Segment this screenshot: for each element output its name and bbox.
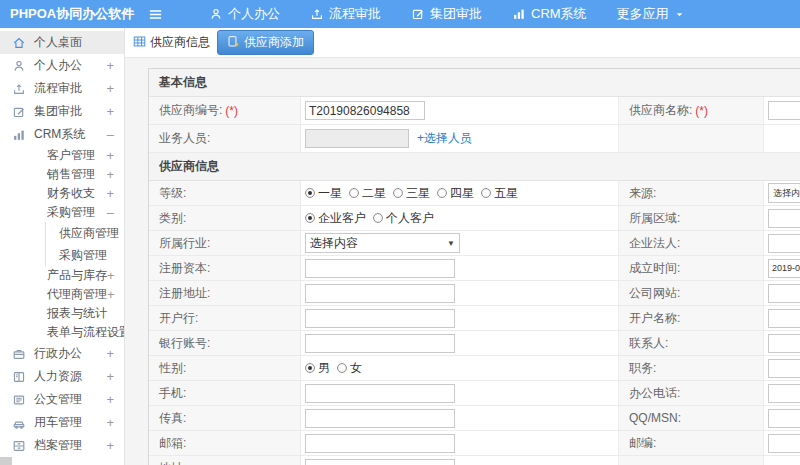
expand-plus-icon[interactable]: +: [106, 105, 114, 118]
content-area: 基本信息供应商编号:(*)供应商名称:(*)业务人员:+选择人员供应商信息等级:…: [125, 58, 800, 465]
fax-field[interactable]: [305, 409, 455, 428]
bank-account-field[interactable]: [305, 334, 455, 353]
radio-icon: [349, 188, 359, 198]
gender-radio-1[interactable]: 女: [337, 360, 362, 377]
fax-value-cell: [301, 406, 619, 431]
sidebar-item-agent-mgmt[interactable]: 代理商管理+: [0, 285, 124, 304]
bank-account-value-cell: [301, 331, 619, 356]
nav-item-group-approval[interactable]: 集团审批: [411, 5, 482, 23]
supplier-name-field[interactable]: [768, 101, 800, 120]
category-radio-1[interactable]: 个人客户: [373, 210, 434, 227]
expand-plus-icon[interactable]: +: [107, 288, 115, 301]
sidebar-item-label: 人力资源: [34, 368, 106, 385]
job-title-field[interactable]: [768, 359, 800, 378]
industry-select[interactable]: 选择内容▼: [305, 233, 460, 253]
sidebar-item-human-resources[interactable]: 人力资源+: [0, 365, 124, 388]
level-radio-1[interactable]: 二星: [349, 185, 386, 202]
sidebar-item-admin-office[interactable]: 行政办公+: [0, 342, 124, 365]
office-phone-value-cell: [764, 381, 800, 406]
expand-plus-icon[interactable]: +: [106, 416, 114, 429]
level-radio-0[interactable]: 一星: [305, 185, 342, 202]
office-phone-field[interactable]: [768, 384, 800, 403]
level-radio-3[interactable]: 四星: [437, 185, 474, 202]
sidebar-item-finance-mgmt[interactable]: 财务收支+: [0, 184, 124, 203]
field-label: 职务:: [629, 360, 656, 377]
contact-person-field[interactable]: [768, 334, 800, 353]
bank-branch-field[interactable]: [305, 309, 455, 328]
sidebar-item-supplier-mgmt[interactable]: 供应商管理: [45, 222, 124, 244]
nav-item-personal-office[interactable]: 个人办公: [209, 5, 280, 23]
legal-person-value-cell: [764, 231, 800, 256]
menu-toggle-icon[interactable]: [148, 7, 163, 22]
sidebar-item-label: 代理商管理: [47, 286, 107, 303]
select-value: 选择内容: [310, 235, 358, 252]
collapse-minus-icon[interactable]: –: [107, 206, 114, 219]
sidebar-item-form-workflow-settings[interactable]: 表单与流程设置+: [0, 323, 124, 342]
collapse-minus-icon[interactable]: –: [107, 128, 114, 141]
company-website-field[interactable]: [768, 284, 800, 303]
sidebar-item-archive-mgmt[interactable]: 档案管理+: [0, 434, 124, 457]
nav-item-crm-system[interactable]: CRM系统: [512, 5, 587, 23]
form-section-0: 基本信息供应商编号:(*)供应商名称:(*)业务人员:+选择人员: [149, 69, 800, 153]
sidebar-item-document-mgmt[interactable]: 公文管理+: [0, 388, 124, 411]
mobile-field[interactable]: [305, 384, 455, 403]
category-label: 类别:: [149, 206, 301, 231]
expand-plus-icon[interactable]: +: [106, 149, 114, 162]
business-staff-field[interactable]: [305, 129, 409, 148]
expand-plus-icon[interactable]: +: [106, 82, 114, 95]
radio-icon: [481, 188, 491, 198]
expand-plus-icon[interactable]: +: [107, 269, 115, 282]
source-select[interactable]: 选择内容▼: [768, 183, 800, 203]
level-radio-4[interactable]: 五星: [481, 185, 518, 202]
region-field[interactable]: [768, 209, 800, 228]
zip-code-field[interactable]: [768, 434, 800, 453]
tab-strip: 供应商信息供应商添加: [125, 28, 800, 58]
address-field[interactable]: [305, 459, 455, 465]
tab-supplier-info[interactable]: 供应商信息: [133, 34, 210, 51]
select-value: 选择内容: [773, 187, 800, 200]
expand-plus-icon[interactable]: +: [106, 347, 114, 360]
supplier-code-field[interactable]: [305, 101, 425, 120]
field-label: 开户行:: [159, 310, 198, 327]
expand-plus-icon[interactable]: +: [106, 59, 114, 72]
sidebar-item-purchase-mgmt-sub[interactable]: 采购管理: [45, 244, 124, 266]
qq-msn-field[interactable]: [768, 409, 800, 428]
user-icon: [209, 7, 223, 21]
expand-plus-icon[interactable]: +: [106, 187, 114, 200]
sidebar-item-label: 表单与流程设置: [47, 324, 125, 341]
sidebar-item-workflow-approval[interactable]: 流程审批+: [0, 77, 124, 100]
registered-capital-field[interactable]: [305, 259, 455, 278]
sidebar-item-group-approval[interactable]: 集团审批+: [0, 100, 124, 123]
account-name-label: 开户名称:: [619, 306, 764, 331]
scrollbar-corner[interactable]: [0, 457, 12, 465]
sidebar-item-purchase-mgmt[interactable]: 采购管理–: [0, 203, 124, 222]
expand-plus-icon[interactable]: +: [106, 439, 114, 452]
sidebar-item-customer-mgmt[interactable]: 客户管理+: [0, 146, 124, 165]
nav-item-more-apps[interactable]: 更多应用: [617, 5, 685, 23]
legal-person-field[interactable]: [768, 234, 800, 253]
tab-supplier-add[interactable]: 供应商添加: [217, 30, 314, 55]
founded-date-field[interactable]: [768, 259, 800, 278]
sidebar-item-crm-system[interactable]: CRM系统–: [0, 123, 124, 146]
radio-label: 个人客户: [386, 210, 434, 227]
legal-person-label: 企业法人:: [619, 231, 764, 256]
sidebar-item-personal-office[interactable]: 个人办公+: [0, 54, 124, 77]
sidebar-item-sales-mgmt[interactable]: 销售管理+: [0, 165, 124, 184]
account-name-field[interactable]: [768, 309, 800, 328]
sidebar-item-personal-desktop[interactable]: 个人桌面: [0, 31, 124, 54]
expand-plus-icon[interactable]: +: [106, 393, 114, 406]
nav-item-workflow-approval[interactable]: 流程审批: [310, 5, 381, 23]
expand-plus-icon[interactable]: +: [106, 168, 114, 181]
level-radio-2[interactable]: 三星: [393, 185, 430, 202]
email-field[interactable]: [305, 434, 455, 453]
sidebar-item-product-inventory[interactable]: 产品与库存+: [0, 266, 124, 285]
category-radio-0[interactable]: 企业客户: [305, 210, 366, 227]
registered-address-field[interactable]: [305, 284, 455, 303]
choose-person-link[interactable]: +选择人员: [417, 130, 472, 147]
sidebar-item-vehicle-mgmt[interactable]: 用车管理+: [0, 411, 124, 434]
industry-value-cell: 选择内容▼: [301, 231, 619, 256]
sidebar-item-reports-stats[interactable]: 报表与统计: [0, 304, 124, 323]
expand-plus-icon[interactable]: +: [106, 370, 114, 383]
contact-person-value-cell: [764, 331, 800, 356]
gender-radio-0[interactable]: 男: [305, 360, 330, 377]
